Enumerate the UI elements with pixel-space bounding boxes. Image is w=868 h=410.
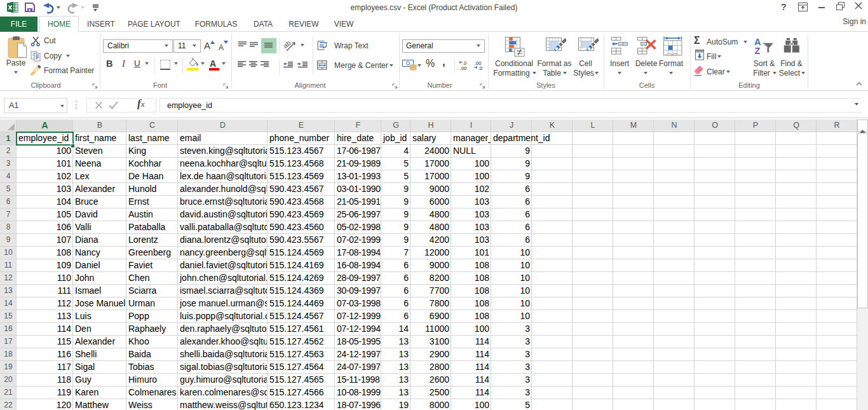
svg-text:.00: .00 [460, 65, 466, 70]
svg-text:.0: .0 [478, 65, 482, 70]
svg-text:ab: ab [283, 39, 292, 50]
svg-text:Z: Z [755, 46, 761, 55]
